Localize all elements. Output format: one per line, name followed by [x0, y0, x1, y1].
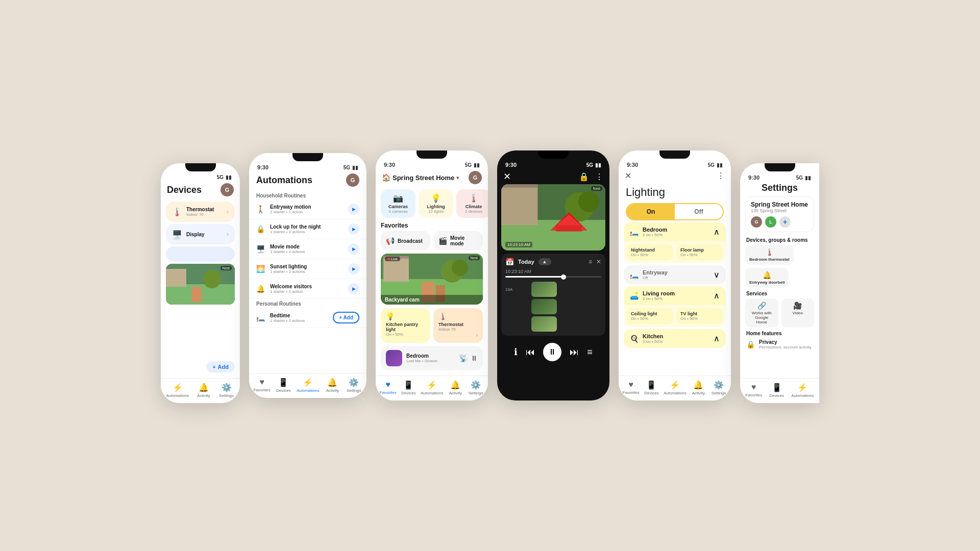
pause-icon[interactable]: ⏸ [471, 354, 478, 362]
automations-icon: ⚡ [303, 378, 313, 387]
off-button[interactable]: Off [675, 204, 723, 219]
video-service[interactable]: 🎥 Video [781, 298, 815, 328]
nav-favorites[interactable]: ♥ Favorites [745, 383, 762, 398]
privacy-feature[interactable]: 🔒 Privacy Permissions, account activity [740, 337, 819, 352]
kitchen-header[interactable]: 🍳 Kitchen 3 on • 50% ∧ [624, 329, 726, 348]
user-avatar[interactable]: G [346, 173, 359, 187]
nav-activity[interactable]: 🔔 Activity [195, 383, 212, 398]
home-name: Spring Street Home [393, 174, 454, 182]
add-label: Add [218, 364, 229, 370]
clip-item-2[interactable] [505, 299, 601, 314]
nav-favorites[interactable]: ♥ Favorites [380, 380, 397, 395]
cast-icon[interactable]: 📡 [459, 354, 468, 362]
tv-light[interactable]: TV light On • 50% [676, 308, 723, 324]
personal-add-button[interactable]: + Add [333, 312, 359, 323]
tile-name: Kitchen pantry light [386, 322, 425, 332]
nightstand-light[interactable]: Nightstand On • 50% [627, 244, 673, 260]
home-selector[interactable]: 🏠 Spring Street Home ▾ [382, 173, 459, 182]
nav-settings[interactable]: ⚙️ Settings [710, 380, 727, 395]
info-button[interactable]: ℹ [514, 346, 518, 358]
menu-button[interactable]: ≡ [587, 347, 593, 358]
lighting-category[interactable]: 💡 Lighting 12 lights [419, 189, 453, 218]
play-button[interactable]: ▶ [348, 204, 359, 215]
close-timeline-icon[interactable]: ✕ [596, 258, 601, 265]
skip-forward-button[interactable]: ⏭ [570, 347, 579, 358]
add-button[interactable]: + Add [206, 361, 235, 372]
living-room-header[interactable]: 🛋️ Living room 2 on • 50% ∧ [624, 286, 726, 305]
ceiling-light[interactable]: Ceiling light On • 50% [627, 308, 673, 324]
more-icon[interactable]: ⋮ [717, 171, 725, 181]
broadcast-button[interactable]: 📢 Broadcast [381, 231, 430, 251]
climate-category[interactable]: 🌡️ Climate 2 devices [456, 189, 488, 218]
nav-devices[interactable]: 📱 Devices [643, 380, 659, 395]
battery-icon: ▮▮ [717, 162, 723, 168]
movie-mode-button[interactable]: 🎬 Movie mode [433, 231, 483, 251]
nav-settings[interactable]: ⚙️ Settings [468, 380, 484, 395]
entryway-header[interactable]: 🛏️ Entryway Off ∨ [624, 265, 726, 284]
nav-activity[interactable]: 🔔 Activity [690, 380, 706, 395]
bedroom-music-card[interactable]: Bedroom Lost Me • Giveon 📡 ⏸ [381, 346, 483, 370]
on-button[interactable]: On [627, 204, 675, 219]
bedroom-header[interactable]: 🛏️ Bedroom 2 on • 50% ∧ [624, 222, 726, 241]
signal-icon: 5G [344, 165, 350, 170]
nav-devices[interactable]: 📱 Devices [769, 383, 785, 398]
clip-thumbnail [531, 299, 557, 314]
nav-automations[interactable]: ⚡ Automations [791, 383, 814, 398]
floor-lamp-light[interactable]: Floor lamp On • 50% [676, 244, 723, 260]
play-button[interactable]: ▶ [348, 223, 359, 235]
status-icons: 5G ▮▮ [796, 175, 811, 181]
close-icon[interactable]: ✕ [503, 171, 511, 182]
bedroom-thermostat-item[interactable]: 🌡️ Bedroom thermostat [745, 245, 794, 265]
thermostat-tile[interactable]: 🌡️ Thermostat Indoor 70 › [433, 308, 483, 343]
routine-welcome[interactable]: 🔔 Welcome visitors 1 starter • 2 action … [249, 279, 366, 299]
skip-back-button[interactable]: ⏮ [526, 347, 535, 358]
expand-icon: ∧ [714, 334, 720, 343]
google-home-service[interactable]: 🔗 Works with Google Home [745, 298, 778, 328]
routine-movie[interactable]: 🖥️ Movie mode 1 starter • 4 actions ▶ [249, 239, 366, 259]
nav-favorites[interactable]: ♥ Favorites [254, 378, 271, 393]
lock-icon[interactable]: 🔒 [579, 172, 589, 182]
signal-icon: 5G [586, 162, 593, 168]
clip-item-1[interactable]: 10A [505, 282, 601, 297]
cameras-category[interactable]: 📷 Cameras 3 cameras [381, 189, 415, 218]
routine-info: Sunset lighting 1 starter • 3 actions [270, 264, 343, 274]
nav-devices[interactable]: 📱 Devices [275, 378, 291, 393]
close-icon[interactable]: ✕ [625, 171, 631, 181]
play-button[interactable]: ▶ [348, 263, 359, 274]
nav-settings[interactable]: ⚙️ Settings [218, 383, 235, 398]
signal-icon: 5G [796, 175, 803, 181]
nav-settings[interactable]: ⚙️ Settings [346, 378, 362, 393]
nav-activity[interactable]: 🔔 Activity [447, 380, 463, 395]
timeline-bar[interactable] [505, 276, 601, 278]
nav-devices[interactable]: 📱 Devices [400, 380, 416, 395]
play-button[interactable]: ▶ [348, 283, 359, 294]
nav-activity[interactable]: 🔔 Activity [324, 378, 340, 393]
signal-icon: 5G [465, 162, 472, 168]
routine-bedtime[interactable]: 🛏️ Bedtime 1 starter • 3 actions + Add [249, 308, 366, 328]
add-member-button[interactable]: + [779, 216, 791, 228]
kitchen-light-tile[interactable]: 💡 Kitchen pantry light On • 50% [381, 308, 430, 343]
backyard-cam-card[interactable]: Live Nest Backyard cam [381, 254, 483, 305]
clip-item-3[interactable] [505, 316, 601, 332]
display-card[interactable]: 🖥️ Display › [166, 224, 235, 244]
routine-lock[interactable]: 🔒 Lock up for the night 1 starter • 3 ac… [249, 219, 366, 239]
status-time: 9:30 [257, 164, 268, 170]
user-avatar[interactable]: G [469, 171, 482, 184]
routine-sunset[interactable]: 🌅 Sunset lighting 1 starter • 3 actions … [249, 259, 366, 279]
nav-automations[interactable]: ⚡ Automations [664, 380, 686, 395]
nav-favorites[interactable]: ♥ Favorites [623, 380, 640, 395]
play-button[interactable]: ▶ [348, 243, 359, 255]
automations-label: Automations [421, 391, 443, 395]
nav-automations[interactable]: ⚡ Automations [297, 378, 319, 393]
entryway-doorbell-item[interactable]: 🔔 Entryway doorbell [745, 268, 789, 288]
more-icon[interactable]: ⋮ [595, 172, 603, 182]
thermostat-card[interactable]: 🌡️ Thermostat Indoor 70 › [166, 202, 235, 222]
nav-automations[interactable]: ⚡ Automations [421, 380, 443, 395]
timeline-filter[interactable]: ▲ [538, 258, 551, 265]
user-avatar[interactable]: G [220, 183, 234, 196]
routine-entryway[interactable]: 🚶 Entryway motion 1 starter • 1 action ▶ [249, 199, 366, 219]
play-pause-button[interactable]: ⏸ [543, 343, 561, 361]
camera-preview[interactable]: Nest [166, 264, 235, 305]
nav-automations[interactable]: ⚡ Automations [166, 383, 188, 398]
list-view-icon[interactable]: ≡ [589, 258, 592, 265]
